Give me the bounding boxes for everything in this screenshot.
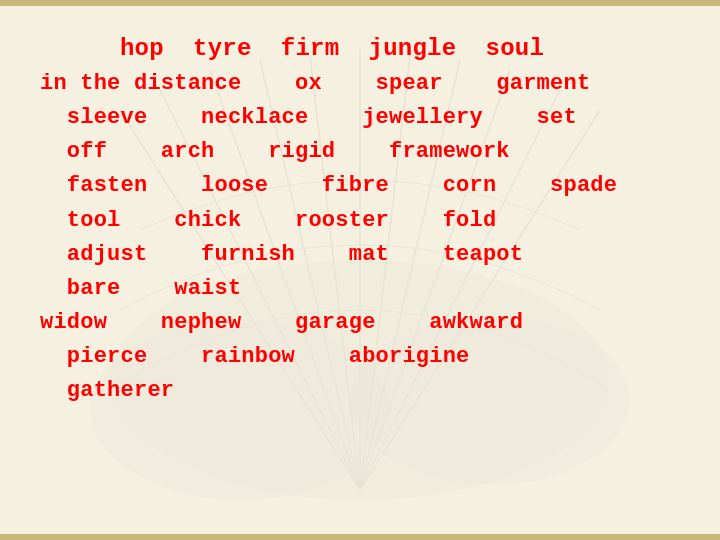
line-5: fasten loose fibre corn spade <box>40 169 680 203</box>
line-6: tool chick rooster fold <box>40 204 680 238</box>
word-list-content: hop tyre firm jungle soul in the distanc… <box>0 0 720 428</box>
line-11: gatherer <box>40 374 680 408</box>
line-2: in the distance ox spear garment <box>40 67 680 101</box>
line-9: widow nephew garage awkward <box>40 306 680 340</box>
line-10: pierce rainbow aborigine <box>40 340 680 374</box>
line-highlight: hop tyre firm jungle soul <box>120 30 680 67</box>
line-4: off arch rigid framework <box>40 135 680 169</box>
line-3: sleeve necklace jewellery set <box>40 101 680 135</box>
line-8: bare waist <box>40 272 680 306</box>
line-7: adjust furnish mat teapot <box>40 238 680 272</box>
